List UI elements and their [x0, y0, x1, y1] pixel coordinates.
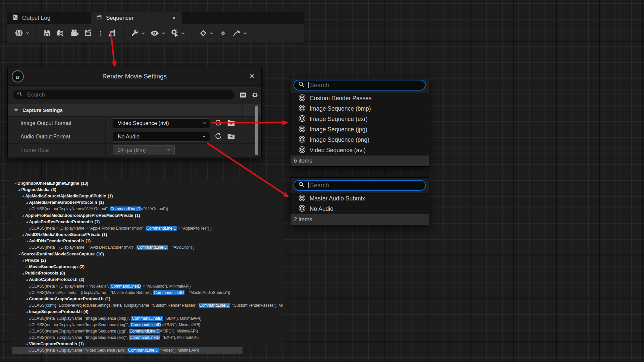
search-result-row[interactable]: UCLASS(meta = (DisplayName = "Apple ProR… — [12, 225, 283, 231]
tree-node-row[interactable]: ◢AudioCaptureProtocol.h(2) — [12, 277, 283, 283]
reset-to-default-icon[interactable] — [214, 118, 223, 128]
tree-expanded-icon[interactable]: ◢ — [21, 272, 25, 275]
tree-expanded-icon[interactable]: ◢ — [21, 259, 25, 262]
popup-option[interactable]: Master Audio Submix — [290, 193, 429, 204]
property-label: Frame Rate — [8, 144, 106, 157]
tree-expanded-icon[interactable]: ◢ — [25, 343, 29, 346]
tree-node-row[interactable]: ◢Plugins\Media(3) — [12, 186, 283, 193]
tree-expanded-icon[interactable]: ◢ — [25, 278, 29, 281]
playback-button[interactable] — [168, 27, 187, 39]
search-result-row[interactable]: UCLASS(meta=(DisplayName="Video Sequence… — [12, 347, 243, 354]
popup-search-input[interactable] — [309, 81, 421, 89]
browse-folder-icon[interactable] — [227, 132, 235, 142]
search-result-row[interactable]: UCLASS(meta=(DisplayName="Image Sequence… — [12, 321, 283, 328]
reset-to-default-icon[interactable] — [214, 132, 223, 142]
combo-image-output-format[interactable]: Video Sequence (avi) — [113, 118, 210, 128]
wrench-button[interactable] — [128, 27, 148, 39]
tree-node-row[interactable]: ◢D:\github\UnrealEngine\Engine(13) — [12, 180, 283, 186]
tab-output-log[interactable]: Output Log — [7, 12, 94, 24]
tree-node-row[interactable]: ◢AvidDNxMedia\Source\Source\Private(1) — [12, 232, 283, 238]
settings-search-box[interactable] — [12, 90, 235, 100]
search-icon — [17, 91, 23, 99]
tree-node-row[interactable]: ◢AjaMedia\Source\AjaMediaOutput\Public(1… — [12, 193, 283, 199]
dialog-close-button[interactable]: × — [248, 67, 257, 85]
popup-search-input[interactable] — [309, 182, 421, 189]
hierarchy-button[interactable] — [106, 27, 119, 39]
scrollbar-thumb[interactable] — [255, 106, 258, 155]
popup-option[interactable]: No Audio — [290, 204, 429, 214]
tree-expanded-icon[interactable]: ◢ — [25, 310, 29, 313]
tree-expanded-icon[interactable]: ◢ — [25, 297, 29, 300]
search-result-row[interactable]: UCLASS(MinimalApi, meta = (DisplayName =… — [12, 289, 283, 296]
curves-pen-icon — [232, 28, 241, 38]
more-options-button[interactable] — [95, 28, 106, 39]
tree-node-label: Private — [25, 258, 39, 263]
tree-expanded-icon[interactable]: ◢ — [25, 240, 29, 243]
tree-node-row[interactable]: ◢AppleProResEncoderProtocol.h(1) — [12, 219, 283, 225]
popup-search-box[interactable] — [293, 180, 426, 191]
match-count: (1) — [95, 220, 100, 224]
tree-node-row[interactable]: ◢Source\Runtime\MovieSceneCapture(10) — [12, 251, 283, 257]
popup-option[interactable]: Image Sequence (bmp) — [290, 104, 429, 114]
tree-expanded-icon[interactable]: ◢ — [17, 188, 21, 191]
tree-node-row[interactable]: ◢AjaMediaFrameGrabberProtocol.h(1) — [12, 199, 283, 206]
search-result-row[interactable]: UCLASS(meta = (DisplayName = "No Audio",… — [12, 283, 283, 289]
tree-expanded-icon[interactable]: ◢ — [21, 194, 25, 197]
world-icon — [14, 28, 23, 38]
tree-expanded-icon[interactable]: ◢ — [25, 220, 29, 223]
tree-node-row[interactable]: ◢ImageSequenceProtocol.h(4) — [12, 309, 283, 315]
search-result-row[interactable]: UCLASS(config=EditorPerProjectUserSettin… — [12, 302, 283, 309]
highlighted-match: CommandLineID — [130, 322, 162, 327]
tree-node-label: AppleProResEncoderProtocol.h — [29, 220, 93, 224]
combo-audio-output-format[interactable]: No Audio — [113, 132, 210, 142]
tree-node-row[interactable]: ◢Private(2) — [12, 257, 283, 263]
column-view-icon[interactable] — [239, 92, 247, 100]
tab-close-icon[interactable]: × — [171, 15, 177, 21]
popup-option[interactable]: Image Sequence (exr) — [290, 114, 429, 124]
tree-node-row[interactable]: ◢AppleProResMedia\Source\AppleProResMedi… — [12, 212, 283, 219]
tree-collapsed-icon[interactable]: ▷ — [25, 265, 29, 268]
popup-search-box[interactable] — [293, 80, 426, 90]
sequencer-toolbar — [7, 24, 304, 42]
tree-node-row[interactable]: ◢Public\Protocols(8) — [12, 270, 283, 277]
search-result-row[interactable]: UCLASS(meta=(DisplayName="Image Sequence… — [12, 315, 283, 321]
world-button[interactable] — [12, 27, 32, 39]
tree-expanded-icon[interactable]: ◢ — [21, 233, 25, 236]
tree-node-row[interactable]: ◢VideoCaptureProtocol.h(1) — [12, 341, 283, 347]
keyframe-diamond-button[interactable] — [196, 27, 216, 39]
save-icon — [43, 29, 51, 37]
search-result-row[interactable]: UCLASS(meta=(DisplayName="Image Sequence… — [12, 328, 283, 334]
capture-settings-section-header[interactable]: Capture Settings — [8, 104, 261, 116]
popup-option[interactable]: Image Sequence (jpg) — [290, 124, 429, 135]
tree-node-row[interactable]: ◢AvidDNxEncoderProtocol.h(1) — [12, 238, 283, 244]
view-eye-button[interactable] — [148, 27, 168, 39]
tree-node-label: MovieSceneCapture.cpp — [29, 264, 78, 269]
tree-node-row[interactable]: ◢CompositionGraphCaptureProtocol.h(1) — [12, 296, 283, 302]
tree-expanded-icon[interactable]: ◢ — [13, 182, 17, 185]
autokey-diamond-button[interactable] — [216, 27, 230, 39]
curves-pen-button[interactable] — [230, 27, 250, 39]
popup-option[interactable]: Image Sequence (png) — [290, 135, 429, 145]
popup-option[interactable]: Custom Render Passes — [290, 93, 429, 104]
keyframe-diamond-icon — [199, 28, 208, 38]
camera-button[interactable] — [67, 27, 81, 39]
toolbar-separator — [192, 27, 192, 39]
popup-option-label: Image Sequence (bmp) — [310, 105, 371, 112]
chevron-down-icon — [141, 31, 145, 35]
tree-expanded-icon[interactable]: ◢ — [21, 214, 25, 217]
find-camera-button[interactable] — [54, 27, 67, 39]
search-result-row[interactable]: UCLASS(meta = (DisplayName = "Avid DNx E… — [12, 244, 283, 251]
save-button[interactable] — [41, 27, 54, 39]
tab-sequencer[interactable]: Sequencer × — [91, 12, 182, 24]
search-result-row[interactable]: UCLASS(meta=(DisplayName="Image Sequence… — [12, 335, 283, 341]
browse-folder-icon[interactable] — [227, 118, 235, 128]
tree-node-row[interactable]: ▷MovieSceneCapture.cpp(2) — [12, 263, 283, 270]
search-result-row[interactable]: UCLASS(meta=(DisplayName="AJA Output", C… — [12, 206, 283, 212]
settings-search-input[interactable] — [26, 91, 231, 99]
tree-expanded-icon[interactable]: ◢ — [25, 201, 29, 204]
tree-expanded-icon[interactable]: ◢ — [17, 252, 21, 255]
settings-gear-icon[interactable] — [251, 92, 259, 100]
render-movie-button[interactable] — [81, 27, 95, 39]
popup-option[interactable]: Video Sequence (avi) — [290, 145, 429, 156]
text-caret — [308, 82, 309, 88]
